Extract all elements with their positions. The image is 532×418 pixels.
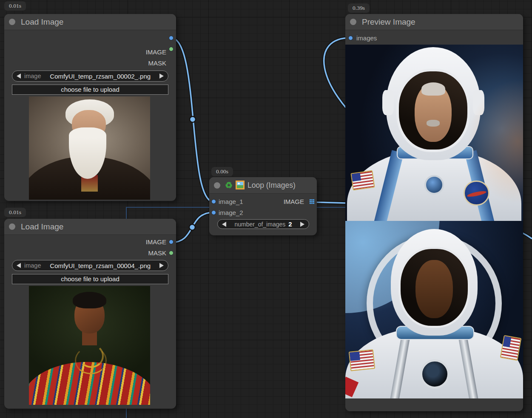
combo-name: image [24,73,41,79]
node-header[interactable]: Load Image [4,219,176,235]
visor-shape [398,247,470,328]
node-load-image-2[interactable]: 0.01s Load Image IMAGE MASK image ComfyU… [4,219,176,409]
node-preview-image[interactable]: 0.39s Preview Image images [345,14,523,411]
node-load-image-1[interactable]: 0.01s Load Image IMAGE MASK image ComfyU… [4,14,176,201]
output-label-mask: MASK [148,59,166,67]
node-header[interactable]: Load Image [4,14,176,30]
input-slot-images-icon[interactable] [348,36,353,40]
node-status-icon [350,19,356,25]
node-header[interactable]: ♻ Loop (Images) [209,177,317,194]
combo-left-arrow-icon[interactable] [17,263,21,268]
execution-time-badge: 0.00s [211,167,233,176]
grid-output-slot-icon[interactable] [310,199,311,201]
loaded-image-preview [29,96,150,200]
us-flag-patch [500,335,521,361]
combo-left-arrow-icon[interactable] [17,73,21,79]
suit-hose-shape [458,334,480,398]
output-label-image: IMAGE [284,198,304,205]
combo-name: image [24,262,41,269]
combo-right-arrow-icon[interactable] [300,222,304,227]
flag-canton [503,336,511,347]
output-label-image: IMAGE [146,238,166,246]
output-slot-mask-icon[interactable] [169,251,174,255]
output-slot-image-icon[interactable] [169,240,174,244]
node-status-icon [9,223,15,230]
us-flag-patch [349,349,376,371]
node-loop-images[interactable]: 0.00s ♻ Loop (Images) image_1 image_2 IM… [209,177,317,235]
hair-shape [73,292,107,308]
link-midpoint-dot[interactable] [190,116,196,122]
node-header[interactable]: Preview Image [345,14,523,30]
input-slot-image1-icon[interactable] [211,199,216,204]
number-of-images-widget[interactable]: number_of_images 2 [217,219,309,229]
preview-image-2 [345,221,523,398]
warm-light-overlay [345,45,523,221]
node-title: Loop (Images) [248,177,296,193]
input-label-image1: image_1 [219,198,243,205]
combo-value: ComfyUI_temp_rzsam_00004_.png [41,262,160,269]
image-combo-widget[interactable]: image ComfyUI_temp_rzsam_00004_.png [12,260,168,271]
output-label-mask: MASK [148,249,166,257]
choose-file-button[interactable]: choose file to upload [12,85,168,95]
output-slot-mask-icon[interactable] [169,47,174,51]
combo-name: number_of_images [234,221,285,228]
output-slot-image-icon[interactable] [169,36,174,40]
node-title: Load Image [21,219,63,234]
link-midpoint-dot[interactable] [189,224,195,230]
choose-file-button[interactable]: choose file to upload [12,274,168,284]
preview-image-1 [345,45,523,221]
output-label-image: IMAGE [146,48,166,56]
face-shape [415,260,453,318]
input-label-image2: image_2 [219,209,243,216]
input-slot-image2-icon[interactable] [211,210,216,215]
recycle-icon: ♻ [225,177,233,193]
combo-value: ComfyUI_temp_rzsam_00002_.png [41,73,160,80]
node-status-icon [214,182,220,189]
node-title: Preview Image [362,14,415,30]
necklace-shape [79,344,104,368]
node-title: Load Image [21,14,63,30]
execution-time-badge: 0.39s [348,3,370,13]
execution-time-badge: 0.01s [4,1,26,11]
input-label-images: images [356,34,377,42]
loaded-image-preview [29,286,150,405]
suit-hose-shape [389,334,410,398]
node-status-icon [9,19,15,25]
execution-time-badge: 0.01s [4,208,26,217]
combo-right-arrow-icon[interactable] [159,73,164,79]
picture-frame-icon [236,181,245,189]
image-combo-widget[interactable]: image ComfyUI_temp_rzsam_00002_.png [12,71,168,82]
helmet-shape [391,229,478,336]
chest-camera-shape [420,359,449,389]
combo-value: 2 [288,220,292,228]
flag-canton [350,352,360,361]
combo-right-arrow-icon[interactable] [159,263,164,268]
node-graph-canvas[interactable]: 0.01s Load Image IMAGE MASK image ComfyU… [0,0,532,418]
combo-left-arrow-icon[interactable] [222,222,226,227]
